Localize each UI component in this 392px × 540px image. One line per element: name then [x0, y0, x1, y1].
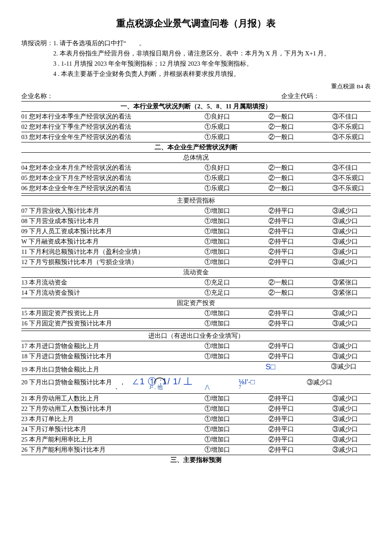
q19-opt1[interactable] [166, 363, 244, 372]
q15-opt1[interactable]: ①增加口 [166, 309, 243, 317]
q09-opt3[interactable]: ③减少口 [307, 227, 371, 235]
q20-opt3[interactable]: ③减少口 [307, 378, 371, 386]
q06-opt1[interactable]: ①乐观口 [166, 184, 243, 192]
q14-label: 14 下月流动资金预计 [21, 289, 166, 297]
instructions-prefix: 填报说明： [21, 38, 53, 49]
q02-row: 02 您对本行业下季生产经营状况的看法 ①乐观口 ②一般口 ③不乐观口 [21, 122, 371, 132]
q24-opt2[interactable]: ②持平口 [243, 425, 307, 433]
q06-opt2[interactable]: ②一般口 [243, 184, 307, 192]
q22-opt1[interactable]: ①增加口 [166, 405, 243, 413]
q12-opt3[interactable]: ③减少口 [307, 258, 371, 266]
q21-opt2[interactable]: ②持平口 [243, 395, 307, 403]
q23-opt3[interactable]: ③减少口 [307, 415, 371, 423]
q04-opt1[interactable]: ①良好口 [166, 164, 243, 172]
q20-sub3: 7 [239, 383, 242, 390]
q24-label: 24 下月订单预计比本月 [21, 425, 166, 433]
q13-opt1[interactable]: ①充足口 [166, 279, 243, 287]
q05-opt3[interactable]: ③不乐观口 [307, 174, 371, 182]
q11-row: 11 下月利润总额预计比本月（盈利企业填） ①增加口 ②持平口 ③减少口 [21, 247, 371, 257]
q05-opt2[interactable]: ②一般口 [243, 174, 307, 182]
q12-opt1[interactable]: ①增加口 [166, 258, 243, 266]
q17-opt1[interactable]: ①增加口 [166, 342, 243, 350]
q25-opt1[interactable]: ①增加口 [166, 435, 243, 444]
q18-opt3[interactable]: ③减少口 [307, 352, 371, 360]
q16-opt2[interactable]: ②持平口 [243, 319, 307, 328]
q17-opt3[interactable]: ③减少口 [307, 342, 371, 350]
q03-opt3[interactable]: ③不乐观口 [307, 133, 371, 141]
q11-opt2[interactable]: ②持平口 [243, 248, 307, 256]
q14-opt2[interactable]: ②一般口 [243, 289, 307, 297]
q03-opt1[interactable]: ①乐观口 [166, 133, 243, 141]
q05-opt1[interactable]: ①乐观口 [166, 174, 243, 182]
q06-opt3[interactable]: ③不乐观口 [307, 184, 371, 192]
q26-opt3[interactable]: ③减少口 [307, 446, 371, 454]
q18-opt1[interactable]: ①增加口 [166, 352, 243, 360]
q21-opt1[interactable]: ①增加口 [166, 395, 243, 403]
q02-opt2[interactable]: ②一般口 [243, 123, 307, 131]
q01-label: 01 您对本行业本季生产经营状况的看法 [21, 113, 166, 121]
q09-opt2[interactable]: ②持平口 [243, 227, 307, 235]
q04-opt3[interactable]: ③不佳口 [307, 164, 371, 172]
q18-opt2[interactable]: ②持平口 [243, 352, 307, 360]
q19-opt3[interactable]: ③减少口 [306, 363, 371, 372]
q23-opt1[interactable]: ①增加口 [166, 415, 243, 423]
form-code: 重点税源 B4 表 [21, 83, 371, 90]
q04-row: 04 您对本企业本月生产经营状况的看法 ①良好口 ②一般口 ③不佳口 [21, 163, 371, 173]
q17-row: 17 本月进口货物金额比上月 ①增加口 ②持平口 ③减少口 [21, 341, 371, 351]
q21-opt3[interactable]: ③减少口 [307, 395, 371, 403]
q08-label: 08 下月营业成本预计比本月 [21, 217, 166, 225]
q01-opt1[interactable]: ①良好口 [166, 113, 243, 121]
q17-opt2[interactable]: ②持平口 [243, 342, 307, 350]
q16-opt3[interactable]: ③减少口 [307, 319, 371, 328]
q07-row: 07 下月营业收入预计比本月 ①增加口 ②持平口 ③减少口 [21, 206, 371, 216]
q25-opt2[interactable]: ②持平口 [243, 435, 307, 444]
q13-opt2[interactable]: ②一般口 [243, 279, 307, 287]
qW-row: W 下月融资成本预计比本月 ①增加口 ②持平口 ③减少口 [21, 237, 371, 247]
instructions-block: 填报说明： 1. 请于各选项后的口中打“ 。 2. 本表月份指生产经营月份，非填… [21, 38, 371, 79]
q24-opt3[interactable]: ③减少口 [307, 425, 371, 433]
q05-row: 05 您对本企业下月生产经营状况的看法 ①乐观口 ②一般口 ③不乐观口 [21, 173, 371, 183]
q09-opt1[interactable]: ①增加口 [166, 227, 243, 235]
q26-opt1[interactable]: ①增加口 [166, 446, 243, 454]
q11-opt3[interactable]: ③减少口 [307, 248, 371, 256]
q15-opt2[interactable]: ②持平口 [243, 309, 307, 317]
section-3-header: 三、主要指标预测 [21, 455, 371, 464]
qW-opt1[interactable]: ①增加口 [166, 238, 243, 246]
q14-opt3[interactable]: ③紧张口 [307, 289, 371, 297]
q16-opt1[interactable]: ①增加口 [166, 319, 243, 328]
company-header-row: 企业名称： 企业主代码： [21, 92, 371, 102]
q04-opt2[interactable]: ②一般口 [243, 164, 307, 172]
q25-row: 25 本月产能利用率比上月 ①增加口 ②持平口 ③减少口 [21, 435, 371, 445]
q08-opt2[interactable]: ②持平口 [243, 217, 307, 225]
q07-opt3[interactable]: ③减少口 [307, 207, 371, 215]
q13-opt3[interactable]: ③紧张口 [307, 279, 371, 287]
q18-label: 18 下月进口货物金额预计比本月 [21, 352, 166, 360]
qW-label: W 下月融资成本预计比本月 [21, 238, 166, 246]
q23-opt2[interactable]: ②持平口 [243, 415, 307, 423]
q24-opt1[interactable]: ①增加口 [166, 425, 243, 433]
q26-opt2[interactable]: ②持平口 [243, 446, 307, 454]
q25-opt3[interactable]: ③减少口 [307, 435, 371, 444]
q12-opt2[interactable]: ②持平口 [243, 258, 307, 266]
q01-opt2[interactable]: ②一般口 [243, 113, 307, 121]
qW-opt2[interactable]: ②持平口 [243, 238, 307, 246]
q19-opt2[interactable]: S□ [244, 363, 305, 372]
q02-opt3[interactable]: ③不乐观口 [307, 123, 371, 131]
q14-opt1[interactable]: ①充足口 [166, 289, 243, 297]
q07-opt2[interactable]: ②持平口 [243, 207, 307, 215]
q17-label: 17 本月进口货物金额比上月 [21, 342, 166, 350]
q22-opt2[interactable]: ②持平口 [243, 405, 307, 413]
q02-opt1[interactable]: ①乐观口 [166, 123, 243, 131]
q03-opt2[interactable]: ②一般口 [243, 133, 307, 141]
q01-opt3[interactable]: ③不佳口 [307, 113, 371, 121]
q14-row: 14 下月流动资金预计 ①充足口 ②一般口 ③紧张口 [21, 288, 371, 298]
q12-label: 12 下月亏损额预计比本月（亏损企业填） [21, 258, 166, 266]
q22-opt3[interactable]: ③减少口 [307, 405, 371, 413]
qW-opt3[interactable]: ③减少口 [307, 238, 371, 246]
q07-opt1[interactable]: ①增加口 [166, 207, 243, 215]
q08-opt1[interactable]: ①增加口 [166, 217, 243, 225]
q08-opt3[interactable]: ③减少口 [307, 217, 371, 225]
q15-opt3[interactable]: ③减少口 [307, 309, 371, 317]
q11-opt1[interactable]: ①增加口 [166, 248, 243, 256]
q20-opt2[interactable]: ⅛Ι'-□ [239, 378, 307, 386]
